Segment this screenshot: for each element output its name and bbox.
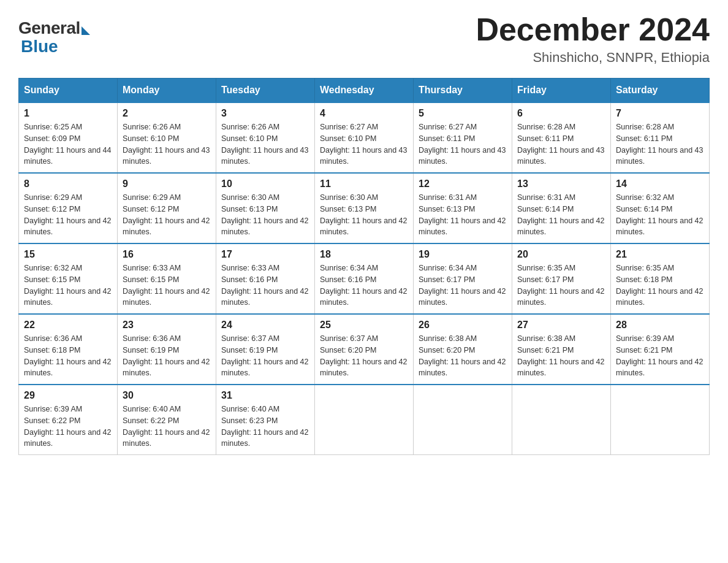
calendar-week-4: 22 Sunrise: 6:36 AMSunset: 6:18 PMDaylig… (19, 314, 710, 385)
day-number: 18 (320, 249, 408, 260)
day-number: 21 (616, 249, 704, 260)
day-number: 7 (616, 108, 704, 119)
day-number: 28 (616, 320, 704, 331)
header-thursday: Thursday (414, 79, 512, 103)
calendar-cell: 4 Sunrise: 6:27 AMSunset: 6:10 PMDayligh… (315, 102, 414, 173)
day-info: Sunrise: 6:34 AMSunset: 6:16 PMDaylight:… (320, 264, 407, 307)
day-info: Sunrise: 6:36 AMSunset: 6:19 PMDaylight:… (123, 334, 210, 377)
day-info: Sunrise: 6:33 AMSunset: 6:16 PMDaylight:… (221, 264, 308, 307)
calendar-cell: 1 Sunrise: 6:25 AMSunset: 6:09 PMDayligh… (19, 102, 118, 173)
day-info: Sunrise: 6:33 AMSunset: 6:15 PMDaylight:… (123, 264, 210, 307)
day-number: 1 (24, 108, 112, 119)
day-number: 19 (419, 249, 507, 260)
day-info: Sunrise: 6:37 AMSunset: 6:20 PMDaylight:… (320, 334, 407, 377)
day-number: 31 (221, 390, 309, 401)
page-header: General Blue December 2024 Shinshicho, S… (18, 12, 710, 66)
calendar-cell: 11 Sunrise: 6:30 AMSunset: 6:13 PMDaylig… (315, 173, 414, 243)
calendar-cell: 17 Sunrise: 6:33 AMSunset: 6:16 PMDaylig… (216, 243, 315, 314)
header-friday: Friday (512, 79, 611, 103)
day-info: Sunrise: 6:29 AMSunset: 6:12 PMDaylight:… (123, 193, 210, 236)
calendar-week-3: 15 Sunrise: 6:32 AMSunset: 6:15 PMDaylig… (19, 243, 710, 314)
month-title: December 2024 (476, 12, 710, 47)
calendar-cell: 2 Sunrise: 6:26 AMSunset: 6:10 PMDayligh… (118, 102, 216, 173)
day-number: 12 (419, 178, 507, 190)
day-number: 10 (221, 178, 309, 190)
calendar-cell: 8 Sunrise: 6:29 AMSunset: 6:12 PMDayligh… (19, 173, 118, 243)
calendar-cell: 19 Sunrise: 6:34 AMSunset: 6:17 PMDaylig… (414, 243, 512, 314)
calendar-cell: 23 Sunrise: 6:36 AMSunset: 6:19 PMDaylig… (118, 314, 216, 385)
calendar-cell: 13 Sunrise: 6:31 AMSunset: 6:14 PMDaylig… (512, 173, 611, 243)
day-number: 16 (123, 249, 211, 260)
calendar-week-2: 8 Sunrise: 6:29 AMSunset: 6:12 PMDayligh… (19, 173, 710, 243)
logo-blue-text: Blue (21, 37, 58, 56)
calendar-cell: 29 Sunrise: 6:39 AMSunset: 6:22 PMDaylig… (19, 385, 118, 455)
calendar-cell: 30 Sunrise: 6:40 AMSunset: 6:22 PMDaylig… (118, 385, 216, 455)
day-info: Sunrise: 6:28 AMSunset: 6:11 PMDaylight:… (616, 123, 703, 166)
day-number: 20 (517, 249, 605, 260)
day-number: 24 (221, 320, 309, 331)
day-number: 9 (123, 178, 211, 190)
calendar-table: SundayMondayTuesdayWednesdayThursdayFrid… (18, 78, 710, 455)
day-info: Sunrise: 6:32 AMSunset: 6:15 PMDaylight:… (24, 264, 111, 307)
calendar-cell (414, 385, 512, 455)
calendar-cell: 3 Sunrise: 6:26 AMSunset: 6:10 PMDayligh… (216, 102, 315, 173)
calendar-week-5: 29 Sunrise: 6:39 AMSunset: 6:22 PMDaylig… (19, 385, 710, 455)
day-info: Sunrise: 6:31 AMSunset: 6:13 PMDaylight:… (419, 193, 506, 236)
day-info: Sunrise: 6:29 AMSunset: 6:12 PMDaylight:… (24, 193, 111, 236)
day-number: 25 (320, 320, 408, 331)
calendar-cell: 15 Sunrise: 6:32 AMSunset: 6:15 PMDaylig… (19, 243, 118, 314)
calendar-cell: 31 Sunrise: 6:40 AMSunset: 6:23 PMDaylig… (216, 385, 315, 455)
calendar-cell: 25 Sunrise: 6:37 AMSunset: 6:20 PMDaylig… (315, 314, 414, 385)
day-number: 23 (123, 320, 211, 331)
header-wednesday: Wednesday (315, 79, 414, 103)
day-number: 8 (24, 178, 112, 190)
calendar-week-1: 1 Sunrise: 6:25 AMSunset: 6:09 PMDayligh… (19, 102, 710, 173)
day-info: Sunrise: 6:30 AMSunset: 6:13 PMDaylight:… (320, 193, 407, 236)
day-info: Sunrise: 6:34 AMSunset: 6:17 PMDaylight:… (419, 264, 506, 307)
day-info: Sunrise: 6:39 AMSunset: 6:21 PMDaylight:… (616, 334, 703, 377)
header-saturday: Saturday (611, 79, 710, 103)
calendar-cell: 18 Sunrise: 6:34 AMSunset: 6:16 PMDaylig… (315, 243, 414, 314)
calendar-cell: 28 Sunrise: 6:39 AMSunset: 6:21 PMDaylig… (611, 314, 710, 385)
calendar-cell (611, 385, 710, 455)
location-title: Shinshicho, SNNPR, Ethiopia (476, 50, 710, 66)
calendar-cell (512, 385, 611, 455)
day-info: Sunrise: 6:26 AMSunset: 6:10 PMDaylight:… (221, 123, 308, 166)
calendar-cell: 14 Sunrise: 6:32 AMSunset: 6:14 PMDaylig… (611, 173, 710, 243)
header-sunday: Sunday (19, 79, 118, 103)
day-info: Sunrise: 6:40 AMSunset: 6:22 PMDaylight:… (123, 405, 210, 448)
calendar-cell: 7 Sunrise: 6:28 AMSunset: 6:11 PMDayligh… (611, 102, 710, 173)
calendar-cell: 5 Sunrise: 6:27 AMSunset: 6:11 PMDayligh… (414, 102, 512, 173)
day-number: 22 (24, 320, 112, 331)
day-number: 6 (517, 108, 605, 119)
day-info: Sunrise: 6:32 AMSunset: 6:14 PMDaylight:… (616, 193, 703, 236)
day-number: 2 (123, 108, 211, 119)
day-number: 26 (419, 320, 507, 331)
day-info: Sunrise: 6:28 AMSunset: 6:11 PMDaylight:… (517, 123, 604, 166)
title-area: December 2024 Shinshicho, SNNPR, Ethiopi… (476, 12, 710, 66)
calendar-header-row: SundayMondayTuesdayWednesdayThursdayFrid… (19, 79, 710, 103)
calendar-cell: 22 Sunrise: 6:36 AMSunset: 6:18 PMDaylig… (19, 314, 118, 385)
header-monday: Monday (118, 79, 216, 103)
day-number: 17 (221, 249, 309, 260)
day-number: 30 (123, 390, 211, 401)
calendar-cell: 20 Sunrise: 6:35 AMSunset: 6:17 PMDaylig… (512, 243, 611, 314)
logo-general-text: General (18, 18, 80, 38)
day-number: 29 (24, 390, 112, 401)
day-info: Sunrise: 6:40 AMSunset: 6:23 PMDaylight:… (221, 405, 308, 448)
logo: General Blue (18, 18, 90, 56)
day-info: Sunrise: 6:39 AMSunset: 6:22 PMDaylight:… (24, 405, 111, 448)
day-number: 11 (320, 178, 408, 190)
day-number: 14 (616, 178, 704, 190)
day-number: 5 (419, 108, 507, 119)
day-number: 13 (517, 178, 605, 190)
day-number: 4 (320, 108, 408, 119)
calendar-cell: 6 Sunrise: 6:28 AMSunset: 6:11 PMDayligh… (512, 102, 611, 173)
calendar-cell: 27 Sunrise: 6:38 AMSunset: 6:21 PMDaylig… (512, 314, 611, 385)
calendar-cell: 21 Sunrise: 6:35 AMSunset: 6:18 PMDaylig… (611, 243, 710, 314)
day-info: Sunrise: 6:31 AMSunset: 6:14 PMDaylight:… (517, 193, 604, 236)
calendar-cell: 9 Sunrise: 6:29 AMSunset: 6:12 PMDayligh… (118, 173, 216, 243)
calendar-cell (315, 385, 414, 455)
day-info: Sunrise: 6:38 AMSunset: 6:20 PMDaylight:… (419, 334, 506, 377)
calendar-cell: 10 Sunrise: 6:30 AMSunset: 6:13 PMDaylig… (216, 173, 315, 243)
